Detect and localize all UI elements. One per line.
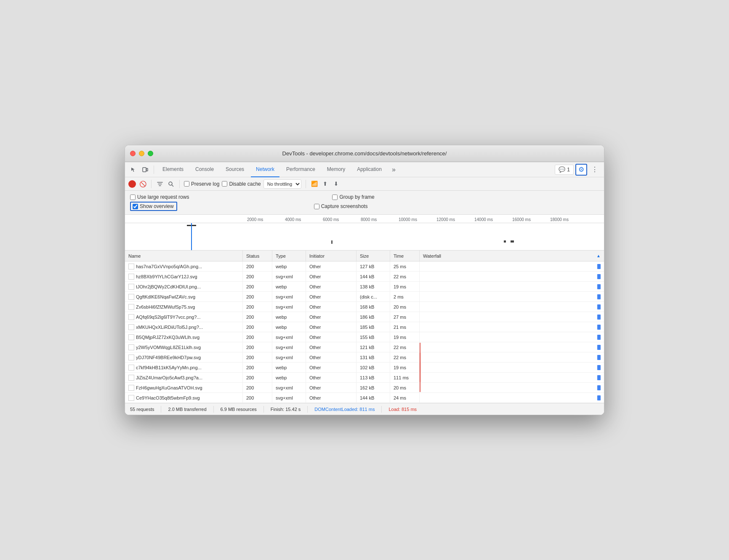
table-row[interactable]: yDJ70NF49BREe9kHD7pw.svg 200 svg+xml Oth… — [125, 352, 604, 363]
status-sep-3 — [263, 406, 264, 413]
td-time: 19 ms — [390, 332, 420, 342]
td-initiator: Other — [306, 352, 357, 362]
td-type: svg+xml — [272, 272, 306, 281]
status-sep-1 — [161, 406, 161, 413]
svg-rect-1 — [146, 168, 148, 171]
table-row[interactable]: xMKUHQxXLiRDiiUTol5J.png?... 200 webp Ot… — [125, 322, 604, 332]
td-initiator: Other — [306, 373, 357, 382]
settings-gear-button[interactable]: ⚙ — [575, 164, 587, 176]
td-type: svg+xml — [272, 383, 306, 392]
table-row[interactable]: c7kf94kHB11kK5AyYyMn.png... 200 webp Oth… — [125, 363, 604, 373]
record-button[interactable] — [128, 180, 136, 188]
maximize-button[interactable] — [148, 151, 153, 156]
download-icon[interactable]: ⬇ — [332, 180, 341, 188]
th-type[interactable]: Type — [272, 251, 306, 261]
capture-screenshots-checkbox[interactable] — [314, 204, 319, 209]
tab-sources[interactable]: Sources — [221, 162, 249, 177]
show-overview-highlight-box: Show overview — [130, 202, 177, 211]
use-large-rows-checkbox[interactable] — [130, 195, 136, 200]
transferred-size: 2.0 MB transferred — [168, 407, 206, 412]
show-overview-checkbox[interactable] — [133, 204, 138, 209]
td-initiator: Other — [306, 282, 357, 291]
td-waterfall — [420, 312, 604, 322]
preserve-log-checkbox-label[interactable]: Preserve log — [184, 181, 219, 187]
finish-time: Finish: 15.42 s — [271, 407, 301, 412]
waterfall-bar-indicator — [597, 375, 601, 380]
td-size: 185 kB — [357, 322, 390, 332]
td-initiator: Other — [306, 272, 357, 281]
chat-badge-button[interactable]: 💬 1 — [555, 165, 574, 175]
minimize-button[interactable] — [139, 151, 144, 156]
mini-bar-3 — [511, 240, 514, 243]
table-row[interactable]: B5QMjpRJZ72xKQ3uWLlh.svg 200 svg+xml Oth… — [125, 332, 604, 342]
th-time[interactable]: Time — [390, 251, 420, 261]
tab-more-button[interactable]: » — [388, 162, 399, 177]
td-time: 24 ms — [390, 393, 420, 403]
table-row[interactable]: FzH6gwuHgXuGnasATVOH.svg 200 svg+xml Oth… — [125, 383, 604, 393]
td-waterfall — [420, 393, 604, 403]
table-row[interactable]: JiZisZ4UmarOjo5cAwf3.png?a... 200 webp O… — [125, 373, 604, 383]
td-status: 200 — [243, 292, 272, 301]
td-initiator: Other — [306, 312, 357, 322]
network-toolbar: 🚫 Preserve log Disable cache — [125, 177, 604, 191]
tab-console[interactable]: Console — [190, 162, 219, 177]
disable-cache-checkbox[interactable] — [222, 181, 227, 187]
preserve-log-checkbox[interactable] — [184, 181, 189, 187]
th-size[interactable]: Size — [357, 251, 390, 261]
group-by-frame-label[interactable]: Group by frame — [332, 194, 374, 200]
table-row[interactable]: Ce9YHacO35q8t5wbmFp9.svg 200 svg+xml Oth… — [125, 393, 604, 403]
table-row[interactable]: QgftKdlKE6NqaFwlZAVc.svg 200 svg+xml Oth… — [125, 292, 604, 302]
th-status[interactable]: Status — [243, 251, 272, 261]
tab-application[interactable]: Application — [352, 162, 387, 177]
file-icon — [128, 264, 134, 269]
tab-performance[interactable]: Performance — [281, 162, 320, 177]
td-initiator: Other — [306, 322, 357, 332]
file-icon — [128, 375, 134, 381]
overview-graph[interactable] — [125, 223, 604, 251]
td-name: c7kf94kHB11kK5AyYyMn.png... — [125, 363, 243, 372]
td-size: 144 kB — [357, 272, 390, 281]
show-overview-label[interactable]: Show overview — [133, 203, 174, 209]
upload-icon[interactable]: ⬆ — [321, 180, 330, 188]
table-row[interactable]: has7na7GxVVnpo5q/AGh.png... 200 webp Oth… — [125, 261, 604, 272]
table-row[interactable]: Zv6sbHi6fZfZMWufSp75.svg 200 svg+xml Oth… — [125, 302, 604, 312]
load-time: Load: 815 ms — [388, 407, 417, 412]
network-table[interactable]: Name Status Type Initiator Size Time — [125, 251, 604, 403]
tab-memory[interactable]: Memory — [322, 162, 350, 177]
file-icon — [128, 344, 134, 350]
table-row[interactable]: y2W5yVOMWqgL8ZE1Lklh.svg 200 svg+xml Oth… — [125, 342, 604, 352]
toolbar-divider-4 — [306, 180, 306, 188]
filter-icon[interactable] — [156, 180, 164, 188]
th-waterfall[interactable]: Waterfall ▲ — [420, 251, 604, 261]
table-header: Name Status Type Initiator Size Time — [125, 251, 604, 261]
tab-elements[interactable]: Elements — [157, 162, 189, 177]
file-icon — [128, 355, 134, 360]
td-name: JiZisZ4UmarOjo5cAwf3.png?a... — [125, 373, 243, 382]
table-row[interactable]: tJOhr2jBQWy2CdKHDlUl.png... 200 webp Oth… — [125, 282, 604, 292]
td-name: B5QMjpRJZ72xKQ3uWLlh.svg — [125, 332, 243, 342]
td-status: 200 — [243, 373, 272, 382]
clear-button[interactable]: 🚫 — [138, 180, 147, 188]
th-name[interactable]: Name — [125, 251, 243, 261]
search-icon[interactable] — [167, 180, 175, 188]
td-name: y2W5yVOMWqgL8ZE1Lklh.svg — [125, 342, 243, 352]
capture-screenshots-label[interactable]: Capture screenshots — [314, 203, 368, 209]
ruler-tick-6: 14000 ms — [474, 217, 493, 222]
throttle-select[interactable]: No throttling — [263, 179, 301, 189]
td-waterfall — [420, 322, 604, 332]
group-by-frame-checkbox[interactable] — [332, 195, 338, 200]
select-tool-icon[interactable] — [128, 165, 138, 175]
dom-content-loaded: DOMContentLoaded: 811 ms — [314, 407, 375, 412]
wifi-icon[interactable]: 📶 — [310, 180, 319, 188]
use-large-rows-label[interactable]: Use large request rows — [130, 194, 189, 200]
disable-cache-checkbox-label[interactable]: Disable cache — [222, 181, 261, 187]
close-button[interactable] — [130, 151, 136, 156]
th-initiator[interactable]: Initiator — [306, 251, 357, 261]
tab-network[interactable]: Network — [251, 162, 279, 177]
td-initiator: Other — [306, 342, 357, 352]
td-type: webp — [272, 261, 306, 271]
table-row[interactable]: AQfq69qS2lg6lT9Y7vcc.png?... 200 webp Ot… — [125, 312, 604, 322]
table-row[interactable]: hz8BXb9YlYLhCGarY12J.svg 200 svg+xml Oth… — [125, 272, 604, 282]
device-toolbar-icon[interactable] — [140, 165, 150, 175]
more-options-button[interactable]: ⋮ — [589, 164, 601, 176]
